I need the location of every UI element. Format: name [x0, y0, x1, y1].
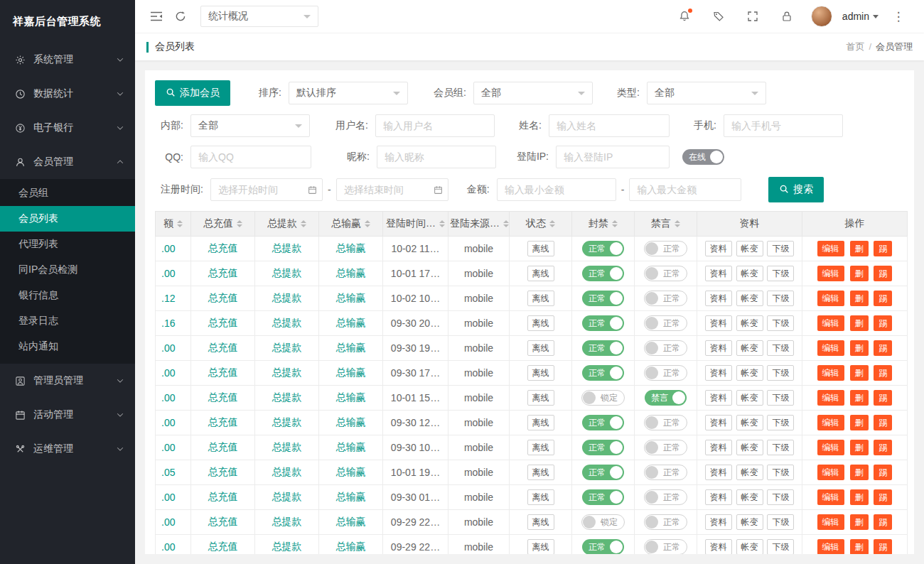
name-input[interactable]	[549, 114, 670, 137]
edit-button[interactable]: 编辑	[817, 241, 844, 256]
total-withdraw-link[interactable]: 总提款	[272, 342, 302, 353]
total-winlose-link[interactable]: 总输赢	[336, 242, 366, 254]
total-withdraw-link[interactable]: 总提款	[272, 541, 302, 552]
sort-select[interactable]: 默认排序	[289, 82, 408, 104]
account-change-button[interactable]: 帐变	[736, 365, 763, 381]
subordinate-button[interactable]: 下级	[767, 365, 794, 381]
status-badge[interactable]: 离线	[527, 266, 554, 281]
ban-toggle[interactable]: 锁定	[581, 390, 625, 406]
column-header[interactable]: 登陆时间…	[383, 212, 448, 237]
edit-button[interactable]: 编辑	[817, 390, 844, 406]
profile-button[interactable]: 资料	[705, 390, 732, 406]
lock-icon[interactable]	[777, 6, 797, 26]
ban-toggle[interactable]: 正常	[582, 489, 624, 505]
kick-button[interactable]: 踢	[874, 266, 892, 281]
delete-button[interactable]: 删	[850, 489, 869, 505]
status-badge[interactable]: 离线	[527, 241, 554, 256]
sort-icon[interactable]	[439, 220, 445, 227]
account-change-button[interactable]: 帐变	[736, 291, 763, 306]
nickname-input[interactable]	[377, 146, 496, 168]
delete-button[interactable]: 删	[850, 440, 869, 455]
status-badge[interactable]: 离线	[527, 440, 554, 455]
total-winlose-link[interactable]: 总输赢	[336, 367, 366, 378]
kick-button[interactable]: 踢	[874, 365, 892, 381]
kick-button[interactable]: 踢	[874, 539, 892, 554]
kick-button[interactable]: 踢	[874, 390, 892, 406]
ban-toggle[interactable]: 正常	[582, 365, 624, 381]
status-badge[interactable]: 离线	[527, 315, 554, 331]
sidebar-menu-item[interactable]: 管理员管理	[0, 364, 135, 398]
bell-icon[interactable]	[675, 6, 694, 26]
internal-select[interactable]: 全部	[190, 114, 310, 137]
subordinate-button[interactable]: 下级	[767, 340, 794, 356]
avatar[interactable]	[811, 6, 832, 27]
total-recharge-link[interactable]: 总充值	[208, 292, 238, 303]
edit-button[interactable]: 编辑	[817, 315, 844, 331]
column-header[interactable]: 登陆来源…	[448, 212, 510, 237]
profile-button[interactable]: 资料	[705, 266, 732, 281]
mute-toggle[interactable]: 正常	[644, 365, 687, 381]
total-recharge-link[interactable]: 总充值	[208, 441, 238, 452]
edit-button[interactable]: 编辑	[817, 539, 844, 554]
subordinate-button[interactable]: 下级	[767, 291, 794, 306]
total-withdraw-link[interactable]: 总提款	[272, 516, 302, 527]
collapse-sidebar-icon[interactable]	[146, 6, 166, 26]
module-select[interactable]: 统计概况	[200, 6, 318, 27]
status-badge[interactable]: 离线	[527, 340, 554, 356]
start-time-input[interactable]	[210, 178, 323, 201]
total-recharge-link[interactable]: 总充值	[208, 541, 238, 552]
sort-icon[interactable]	[503, 220, 509, 227]
profile-button[interactable]: 资料	[705, 415, 732, 430]
total-withdraw-link[interactable]: 总提款	[272, 491, 302, 502]
column-header[interactable]: 总输赢	[319, 212, 383, 237]
username-input[interactable]	[375, 114, 495, 137]
total-winlose-link[interactable]: 总输赢	[336, 441, 366, 452]
total-recharge-link[interactable]: 总充值	[208, 466, 238, 477]
mute-toggle[interactable]: 正常	[644, 539, 687, 554]
profile-button[interactable]: 资料	[705, 291, 732, 306]
total-winlose-link[interactable]: 总输赢	[336, 391, 366, 403]
kick-button[interactable]: 踢	[874, 340, 892, 356]
account-change-button[interactable]: 帐变	[736, 390, 763, 406]
end-time-input[interactable]	[336, 178, 448, 201]
delete-button[interactable]: 删	[850, 365, 869, 381]
total-winlose-link[interactable]: 总输赢	[336, 317, 366, 328]
delete-button[interactable]: 删	[850, 266, 869, 281]
mute-toggle[interactable]: 正常	[644, 241, 687, 256]
sort-icon[interactable]	[237, 220, 242, 227]
mute-toggle[interactable]: 正常	[644, 489, 687, 505]
total-recharge-link[interactable]: 总充值	[208, 391, 238, 403]
status-badge[interactable]: 离线	[527, 291, 554, 306]
mute-toggle[interactable]: 正常	[644, 440, 687, 455]
mute-toggle[interactable]: 正常	[644, 291, 687, 306]
edit-button[interactable]: 编辑	[817, 465, 844, 480]
profile-button[interactable]: 资料	[705, 340, 732, 356]
qq-input[interactable]	[190, 146, 311, 168]
member-group-select[interactable]: 全部	[473, 82, 593, 104]
total-recharge-link[interactable]: 总充值	[208, 516, 238, 527]
total-withdraw-link[interactable]: 总提款	[272, 416, 302, 428]
total-withdraw-link[interactable]: 总提款	[272, 317, 302, 328]
min-amount-input[interactable]	[497, 178, 616, 201]
status-badge[interactable]: 离线	[527, 390, 554, 406]
subordinate-button[interactable]: 下级	[767, 266, 794, 281]
edit-button[interactable]: 编辑	[817, 340, 844, 356]
status-badge[interactable]: 离线	[527, 489, 554, 505]
column-header[interactable]: 额	[156, 212, 191, 237]
delete-button[interactable]: 删	[850, 514, 869, 530]
profile-button[interactable]: 资料	[705, 365, 732, 381]
sort-icon[interactable]	[675, 220, 680, 227]
total-winlose-link[interactable]: 总输赢	[336, 491, 366, 502]
total-winlose-link[interactable]: 总输赢	[336, 342, 366, 353]
column-header[interactable]: 禁言	[635, 212, 697, 237]
sidebar-menu-item[interactable]: 数据统计	[0, 77, 135, 111]
profile-button[interactable]: 资料	[705, 489, 732, 505]
subordinate-button[interactable]: 下级	[767, 241, 794, 256]
profile-button[interactable]: 资料	[705, 315, 732, 331]
account-change-button[interactable]: 帐变	[736, 539, 763, 554]
total-winlose-link[interactable]: 总输赢	[336, 541, 366, 552]
total-withdraw-link[interactable]: 总提款	[272, 441, 302, 452]
subordinate-button[interactable]: 下级	[767, 465, 794, 480]
type-select[interactable]: 全部	[647, 82, 766, 104]
total-winlose-link[interactable]: 总输赢	[336, 516, 366, 527]
